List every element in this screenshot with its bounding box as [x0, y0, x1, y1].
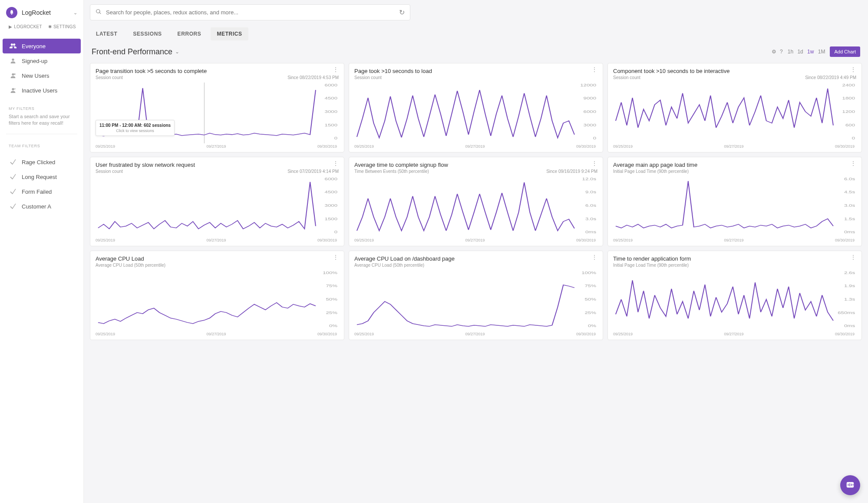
x-tick: 09/27/2019 — [724, 238, 743, 242]
x-tick: 09/25/2019 — [354, 144, 374, 149]
sidebar-mini-settings[interactable]: ✱SETTINGS — [48, 24, 76, 29]
chart-menu-icon[interactable]: ⋮ — [591, 68, 597, 71]
sidebar-item-label: Form Failed — [22, 189, 52, 195]
svg-text:50%: 50% — [585, 297, 597, 301]
timerange-1h[interactable]: 1h — [786, 48, 795, 56]
svg-text:0: 0 — [334, 136, 337, 140]
sidebar-item-everyone[interactable]: Everyone — [3, 39, 81, 53]
chart-plot[interactable]: 2.6s1.9s1.3s650ms0ms — [613, 270, 856, 331]
timerange-1M[interactable]: 1M — [817, 48, 827, 56]
chart-plot[interactable]: 6.0s4.5s3.0s1.5s0ms — [613, 176, 856, 237]
my-filters-label: MY FILTERS — [0, 99, 83, 113]
sidebar-mini-logrocket[interactable]: ▶LOGROCKET — [9, 24, 42, 29]
x-tick: 09/30/2019 — [317, 332, 337, 336]
x-tick: 09/30/2019 — [835, 332, 855, 336]
tab-latest[interactable]: LATEST — [90, 27, 123, 40]
x-tick: 09/25/2019 — [96, 144, 115, 149]
search-icon — [96, 9, 102, 17]
chart-menu-icon[interactable]: ⋮ — [333, 255, 339, 259]
svg-text:1.9s: 1.9s — [844, 283, 855, 288]
chart-title: Page transition took >5 seconds to compl… — [96, 68, 339, 74]
chart-card: Average CPU Load on /dashboard pageAvera… — [349, 251, 603, 340]
intercom-button[interactable] — [840, 475, 860, 495]
x-tick: 09/25/2019 — [613, 238, 633, 242]
chart-menu-icon[interactable]: ⋮ — [591, 255, 597, 259]
chart-subtitle: Average CPU Load (50th percentile) — [354, 263, 424, 268]
tab-errors[interactable]: ERRORS — [172, 27, 208, 40]
chart-since: Since 08/22/2019 4:49 PM — [805, 75, 856, 80]
svg-point-1 — [12, 73, 14, 76]
chart-plot[interactable]: 100%75%50%25%0% — [96, 270, 339, 331]
chart-plot[interactable]: 12.0s9.0s6.0s3.0s0ms — [354, 176, 597, 237]
svg-text:4500: 4500 — [325, 96, 337, 100]
chart-menu-icon[interactable]: ⋮ — [850, 255, 856, 259]
sidebar-item-long-request[interactable]: Long Request — [3, 170, 81, 185]
svg-text:1500: 1500 — [325, 216, 337, 221]
chart-card: Average CPU LoadAverage CPU Load (50th p… — [90, 251, 344, 340]
chart-menu-icon[interactable]: ⋮ — [591, 162, 597, 165]
x-tick: 09/25/2019 — [354, 238, 374, 242]
sidebar-item-label: Rage Clicked — [22, 159, 55, 165]
brand-name: LogRocket — [22, 9, 69, 16]
chart-title: Average CPU Load on /dashboard page — [354, 255, 597, 262]
brand-selector[interactable]: LogRocket ⌄ — [0, 3, 83, 22]
svg-text:3000: 3000 — [325, 109, 337, 114]
svg-text:50%: 50% — [326, 297, 338, 301]
sidebar-item-new-users[interactable]: New Users — [3, 68, 81, 83]
tab-metrics[interactable]: METRICS — [211, 27, 248, 40]
svg-text:2400: 2400 — [842, 83, 855, 87]
svg-point-2 — [12, 88, 14, 90]
sidebar-item-customer-a[interactable]: Customer A — [3, 199, 81, 214]
chart-title: Component took >10 seconds to be interac… — [613, 68, 856, 74]
chart-plot[interactable]: 2400180012006000 — [613, 83, 856, 143]
chart-subtitle: Initial Page Load Time (90th percentile) — [613, 263, 689, 268]
chart-menu-icon[interactable]: ⋮ — [333, 162, 339, 165]
chart-title: Average CPU Load — [96, 255, 339, 262]
svg-text:0ms: 0ms — [585, 229, 596, 234]
x-tick: 09/27/2019 — [465, 238, 485, 242]
chart-menu-icon[interactable]: ⋮ — [333, 68, 339, 71]
refresh-icon[interactable]: ↻ — [399, 8, 405, 17]
x-tick: 09/25/2019 — [613, 144, 633, 149]
timerange-1w[interactable]: 1w — [806, 48, 815, 56]
svg-text:9.0s: 9.0s — [585, 189, 596, 194]
svg-text:0ms: 0ms — [844, 323, 855, 328]
chart-plot[interactable]: 120009000600030000 — [354, 83, 597, 143]
chart-menu-icon[interactable]: ⋮ — [850, 162, 856, 165]
sidebar-item-signed-up[interactable]: Signed-up — [3, 53, 81, 68]
timerange-1d[interactable]: 1d — [796, 48, 804, 56]
search-input[interactable] — [106, 9, 395, 16]
x-tick: 09/30/2019 — [835, 238, 855, 242]
x-tick: 09/27/2019 — [206, 238, 226, 242]
x-tick: 09/27/2019 — [724, 332, 743, 336]
chart-plot[interactable]: 60004500300015000 — [96, 176, 339, 237]
svg-text:12.0s: 12.0s — [582, 176, 597, 181]
brand-logo-icon — [6, 7, 17, 18]
chart-subtitle: Session count — [613, 75, 640, 80]
chart-card: Time to render application formInitial P… — [607, 251, 862, 340]
chart-plot[interactable]: 60004500300015000 — [96, 83, 339, 143]
sidebar-item-form-failed[interactable]: Form Failed — [3, 185, 81, 199]
add-chart-button[interactable]: Add Chart — [830, 46, 860, 57]
chart-subtitle: Session count — [354, 75, 382, 80]
tab-sessions[interactable]: SESSIONS — [127, 27, 168, 40]
svg-text:9000: 9000 — [584, 96, 596, 100]
chart-card: Page took >10 seconds to loadSession cou… — [349, 63, 603, 152]
page-title-dropdown[interactable]: Front-end Performance ⌄ — [92, 47, 179, 56]
chart-title: Page took >10 seconds to load — [354, 68, 597, 74]
sidebar-item-rage-clicked[interactable]: Rage Clicked — [3, 155, 81, 170]
search-bar[interactable]: ↻ — [90, 4, 410, 20]
sidebar-item-inactive-users[interactable]: Inactive Users — [3, 83, 81, 98]
chart-since: Since 09/16/2019 9:24 PM — [546, 169, 597, 174]
chart-subtitle: Session count — [96, 75, 123, 80]
help-icon[interactable]: ? — [780, 49, 783, 55]
x-tick: 09/27/2019 — [465, 144, 485, 149]
chart-plot[interactable]: 100%75%50%25%0% — [354, 270, 597, 331]
svg-point-0 — [12, 59, 14, 61]
chart-card: Average time to complete signup flowTime… — [349, 157, 603, 246]
x-tick: 09/25/2019 — [96, 238, 115, 242]
x-tick: 09/30/2019 — [317, 238, 337, 242]
chart-menu-icon[interactable]: ⋮ — [850, 68, 856, 71]
gear-icon[interactable]: ⚙ — [772, 49, 776, 55]
x-tick: 09/27/2019 — [465, 332, 485, 336]
